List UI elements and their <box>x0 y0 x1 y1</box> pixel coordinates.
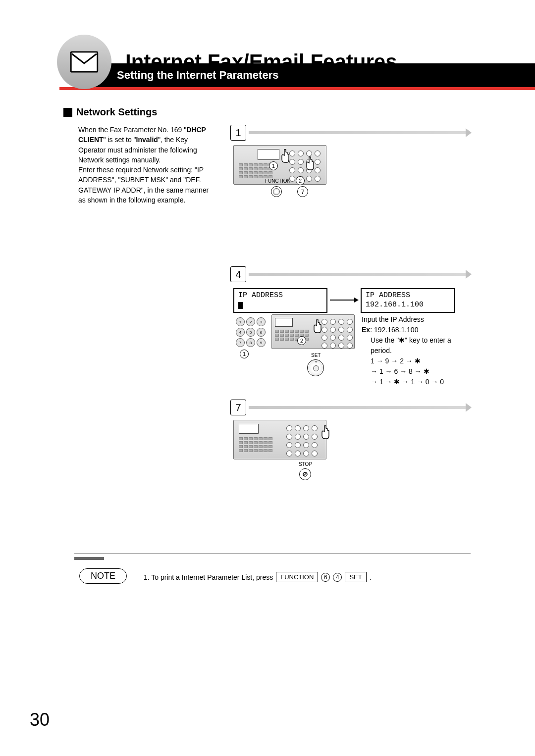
square-bullet-icon <box>63 108 72 117</box>
digit-4: 4 <box>333 573 342 582</box>
hand-pointer-icon <box>312 319 322 334</box>
lcd-display-right: IP ADDRESS 192.168.1.100 <box>361 288 455 313</box>
step-arrow-icon <box>249 406 467 409</box>
note-label: NOTE <box>79 568 127 584</box>
function-button <box>271 186 282 197</box>
callout-2: 2 <box>296 176 305 185</box>
keypad-illustration: 123 456 789 <box>236 317 266 347</box>
page-number: 30 <box>30 709 50 730</box>
step-number-4: 4 <box>230 266 246 282</box>
stop-button <box>299 468 311 480</box>
arrow-right-icon <box>330 300 355 301</box>
section-title: Setting the Internet Parameters <box>117 69 278 82</box>
hand-pointer-icon <box>280 149 290 163</box>
divider <box>74 554 471 554</box>
set-label: SET <box>311 353 321 358</box>
section-bar: Setting the Internet Parameters <box>79 63 535 87</box>
svg-line-2 <box>304 473 307 476</box>
function-label: FUNCTION <box>265 178 291 184</box>
svg-rect-0 <box>71 52 98 72</box>
nav-button <box>307 359 324 376</box>
step-number-7: 7 <box>230 400 246 415</box>
callout-2: 2 <box>297 336 306 345</box>
instruction-text: Input the IP Address Ex: 192.168.1.100 U… <box>362 314 466 387</box>
lcd-display-left: IP ADDRESS <box>233 288 327 313</box>
digit-6: 6 <box>321 573 330 582</box>
hand-pointer-icon <box>320 425 330 440</box>
set-key: SET <box>345 572 366 582</box>
step-arrow-icon <box>249 273 467 276</box>
note-text: 1. To print a Internet Parameter List, p… <box>144 572 372 582</box>
digit-7-button: 7 <box>297 186 308 197</box>
callout-1: 1 <box>269 161 278 170</box>
step-arrow-icon <box>249 131 467 134</box>
step-number-1: 1 <box>230 125 246 141</box>
function-key: FUNCTION <box>276 572 318 582</box>
divider-accent <box>74 557 104 560</box>
subheading: Network Settings <box>76 106 157 118</box>
control-panel-illustration <box>233 420 326 459</box>
accent-underline <box>59 87 535 90</box>
mail-icon <box>57 35 111 89</box>
hand-pointer-icon <box>305 156 315 171</box>
callout-1: 1 <box>240 350 249 358</box>
body-text: When the Fax Parameter No. 169 "DHCP CLI… <box>78 125 217 205</box>
stop-label: STOP <box>299 461 312 467</box>
